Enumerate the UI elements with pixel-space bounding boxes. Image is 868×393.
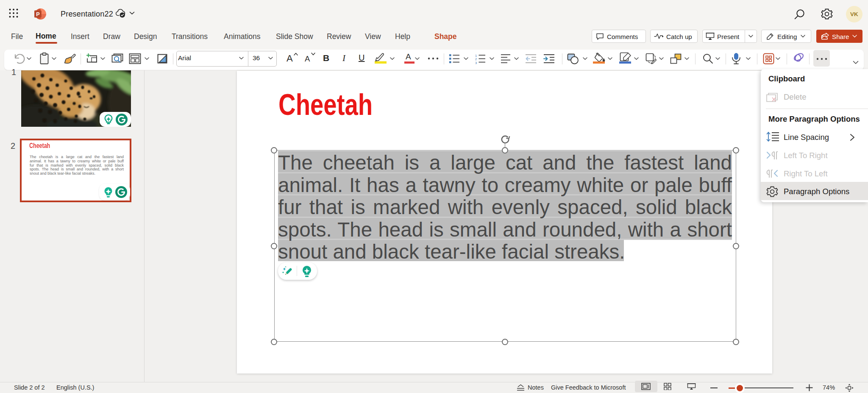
svg-text:3: 3 [475,61,477,64]
svg-text:P: P [36,11,39,17]
